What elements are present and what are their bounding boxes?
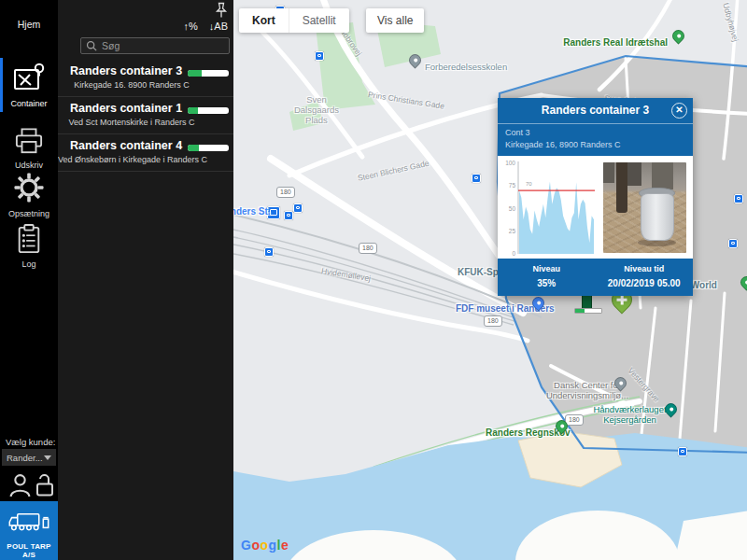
transit-icon[interactable] (678, 447, 687, 456)
svg-text:25: 25 (509, 228, 516, 234)
area-label-plads: Sven Dalsgaards Plads (286, 95, 347, 126)
show-all-button[interactable]: Vis alle (366, 8, 424, 33)
app-window: Kort Satellit Vis alle Hobrovej Prins Ch… (0, 0, 747, 560)
road-shield: 180 (276, 187, 295, 198)
lock-button[interactable] (35, 472, 55, 501)
container-detail-popup: Randers container 3 ✕ Cont 3 Kirkegade 1… (498, 98, 693, 296)
gear-icon (13, 172, 45, 203)
transit-icon[interactable] (472, 174, 481, 183)
level-time-column: Niveau tid 20/02/2019 05.00 (596, 264, 694, 288)
popup-header: Randers container 3 ✕ (498, 98, 693, 123)
container-photo (603, 162, 686, 253)
svg-text:100: 100 (505, 160, 515, 166)
fill-level-bar (188, 70, 229, 77)
truck-icon (7, 508, 50, 538)
container-name: Cont 3 (505, 127, 685, 139)
poi-label-station: Randers St. (233, 206, 271, 217)
sidebar-item-log[interactable]: Log (0, 224, 58, 269)
container-list-panel: ↑% ↓AB Randers container 3 Kirkegade 16.… (58, 0, 233, 560)
level-history-chart: 025507510070 (502, 159, 599, 256)
popup-title: Randers container 3 (542, 104, 649, 117)
transit-icon[interactable] (734, 194, 743, 203)
container-list-item[interactable]: Randers container 3 Kirkegade 16. 8900 R… (58, 60, 233, 97)
sort-percent-button[interactable]: ↑% (183, 21, 197, 32)
close-icon[interactable]: ✕ (671, 103, 687, 119)
container-list: Randers container 3 Kirkegade 16. 8900 R… (58, 60, 233, 172)
printer-icon (13, 127, 45, 155)
road-shield: 180 (484, 315, 502, 327)
search-box[interactable] (80, 37, 230, 54)
container-map-icon (13, 62, 45, 93)
container-list-item[interactable]: Randers container 1 Ved Sct Mortenskirke… (58, 97, 233, 134)
transit-icon[interactable] (284, 211, 293, 220)
transit-icon[interactable] (264, 247, 274, 257)
poi-label-kfuk: KFUK-Sp (458, 267, 499, 277)
road-shield: 180 (359, 243, 377, 254)
poi-label-skole: Forberedelsesskolen (425, 62, 507, 72)
popup-body: 025507510070 (498, 156, 693, 259)
sidebar-item-container[interactable]: Container (0, 62, 58, 108)
container-address: Kirkegade 16, 8900 Randers C (505, 139, 685, 151)
popup-footer: Niveau 35% Niveau tid 20/02/2019 05.00 (498, 259, 693, 296)
sidebar-item-opsaetning[interactable]: Opsætning (0, 172, 58, 218)
poi-label-idraetshal: Randers Real Idrætshal (560, 37, 668, 48)
fill-level-bar (188, 107, 229, 114)
sidebar-item-udskriv[interactable]: Udskriv (0, 127, 58, 170)
pushpin-icon (214, 2, 229, 19)
clipboard-icon (15, 224, 43, 254)
map-type-control: Kort Satellit (239, 8, 349, 33)
user-icon (8, 472, 32, 497)
sort-controls: ↑% ↓AB (175, 21, 228, 32)
user-account-button[interactable] (8, 472, 32, 501)
svg-text:75: 75 (509, 183, 516, 189)
customer-dropdown[interactable]: Rander... (2, 449, 56, 466)
chevron-down-icon (44, 455, 51, 460)
google-logo: Google (241, 538, 289, 553)
sidebar-item-home[interactable]: Hjem (0, 19, 58, 30)
transit-icon[interactable] (293, 203, 303, 213)
container-marker-level-bar (574, 308, 602, 314)
fill-level-bar (188, 145, 229, 151)
map-button-satellit[interactable]: Satellit (289, 8, 349, 33)
svg-text:70: 70 (526, 181, 532, 187)
transit-icon[interactable] (315, 51, 324, 61)
container-list-item[interactable]: Randers container 4 Ved Ønskebørn i Kirk… (58, 134, 233, 172)
pin-panel-button[interactable] (214, 2, 229, 22)
search-input[interactable] (102, 40, 224, 51)
level-time-value: 20/02/2019 05.00 (596, 278, 694, 288)
poi-label-kejsergaarden: Håndværkerlauget Kejsergården (590, 405, 669, 426)
customer-select-label: Vælg kunde: (6, 437, 55, 447)
sort-alpha-button[interactable]: ↓AB (209, 21, 228, 32)
svg-text:50: 50 (509, 205, 516, 212)
search-icon (86, 40, 97, 51)
transit-icon[interactable] (728, 239, 738, 248)
sidebar: Hjem Container Udskriv (0, 0, 58, 560)
unlock-icon (35, 472, 55, 497)
popup-subheader: Cont 3 Kirkegade 16, 8900 Randers C (498, 123, 693, 156)
svg-text:0: 0 (512, 250, 515, 257)
level-value: 35% (498, 278, 596, 288)
brand-logo: POUL TARP A/S (0, 501, 58, 560)
level-column: Niveau 35% (498, 264, 596, 288)
map-button-kort[interactable]: Kort (239, 8, 289, 33)
